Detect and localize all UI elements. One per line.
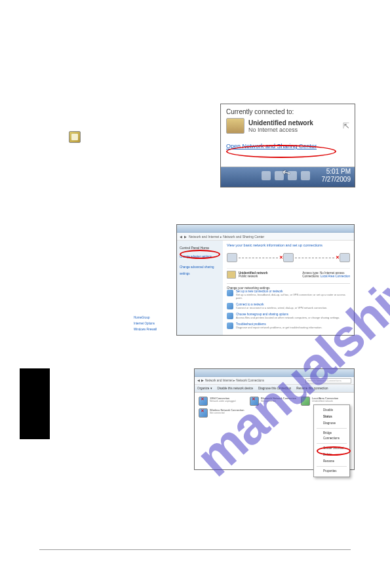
connection-item[interactable]: Wireless Network ConnectionNot connected (199, 408, 246, 418)
menu-item[interactable]: Rename (314, 458, 349, 465)
menu-item[interactable]: Disable (314, 407, 349, 414)
computer-node-icon (227, 253, 237, 262)
context-menu: Disable Status Diagnose Bridge Connectio… (313, 404, 350, 477)
network-connections-screenshot: ◀ ▶ Network and Internet ▸ Network Conne… (194, 368, 355, 470)
clock-date: 7/27/2009 (322, 176, 351, 184)
adapter-icon (199, 408, 208, 418)
bench-icon (227, 271, 236, 279)
connection-item[interactable]: 1394 ConnectionNetwork cable unplugged (199, 397, 246, 406)
popup-heading: Currently connected to: (226, 108, 349, 115)
task-link[interactable]: Connect to a networkConnect or reconnect… (227, 303, 350, 309)
task-icon (227, 313, 233, 319)
see-also-link[interactable]: Windows Firewall (134, 326, 157, 332)
toolbar: Organize ▾ Disable this network device D… (195, 385, 354, 393)
task-icon (227, 323, 233, 329)
see-also-link[interactable]: HomeGroup (134, 315, 157, 321)
toolbar-item[interactable]: Diagnose this connection (258, 387, 291, 390)
network-diagram: ✕ ✕ (227, 250, 350, 265)
active-network-type: Public network (239, 275, 268, 278)
network-tray-icon (69, 131, 81, 143)
adapter-icon (199, 397, 208, 406)
task-link[interactable]: Set up a new connection or networkSet up… (227, 290, 350, 300)
window-titlebar (195, 369, 354, 377)
address-bar: ◀ ▶ Network and Internet ▸ Network Conne… (195, 377, 354, 385)
back-icon: ◀ (197, 379, 200, 382)
bench-icon (226, 118, 244, 134)
main-heading: View your basic network information and … (227, 243, 350, 247)
red-highlight-ellipse (317, 446, 351, 456)
menu-item-properties[interactable]: Properties (314, 468, 349, 475)
see-also-link[interactable]: Internet Options (134, 321, 157, 326)
expand-icon: ⇱ (343, 121, 349, 130)
network-status: No Internet access (248, 127, 313, 133)
red-highlight-ellipse (180, 250, 220, 259)
network-popup-screenshot: Currently connected to: Unidentified net… (220, 104, 355, 187)
sidebar-link[interactable]: Change advanced sharing settings (180, 264, 220, 277)
window-titlebar (177, 225, 354, 233)
adapter-icon (301, 397, 310, 406)
toolbar-item[interactable]: Organize ▾ (197, 387, 212, 390)
forward-icon: ▶ (184, 235, 187, 239)
footer-divider (39, 549, 351, 550)
tray-icon (301, 171, 310, 180)
menu-item[interactable]: Diagnose (314, 420, 349, 427)
menu-item[interactable]: Status (314, 414, 349, 420)
toolbar-item[interactable]: Disable this network device (218, 387, 254, 390)
connection-item[interactable]: Bluetooth Network ConnectionNot connecte… (250, 397, 297, 406)
menu-item[interactable]: Bridge Connections (314, 430, 349, 442)
task-icon (227, 290, 233, 296)
task-icon (227, 303, 233, 309)
task-link[interactable]: Choose homegroup and sharing optionsAcce… (227, 313, 350, 319)
breadcrumb: Network and Internet ▸ Network Connectio… (205, 379, 264, 382)
red-highlight-ellipse (226, 145, 336, 158)
network-node-icon (283, 253, 294, 262)
breadcrumb: Network and Internet ▸ Network and Shari… (189, 235, 264, 239)
task-link[interactable]: Troubleshoot problemsDiagnose and repair… (227, 323, 350, 329)
tray-icon (262, 171, 271, 180)
address-bar: ◀ ▶ Network and Internet ▸ Network and S… (177, 233, 354, 241)
search-input[interactable]: Search Network Connections (305, 378, 351, 383)
adapter-icon (250, 397, 259, 406)
internet-node-icon (340, 253, 350, 262)
forward-icon: ▶ (201, 379, 204, 382)
page-side-tab (20, 368, 50, 439)
back-icon: ◀ (180, 235, 182, 239)
network-name: Unidentified network (248, 119, 313, 127)
network-sharing-center-screenshot: ◀ ▶ Network and Internet ▸ Network and S… (176, 224, 355, 336)
toolbar-item[interactable]: Rename this connection (296, 387, 328, 390)
clock-time: 5:01 PM (322, 168, 351, 176)
